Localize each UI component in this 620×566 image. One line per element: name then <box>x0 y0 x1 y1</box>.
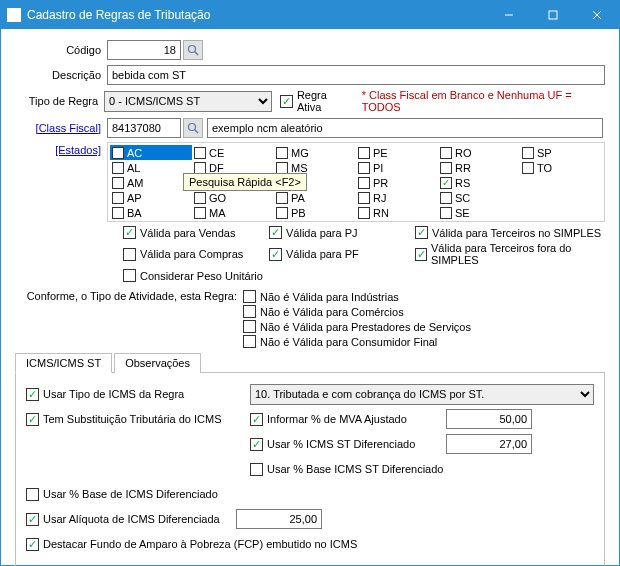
svg-point-4 <box>189 45 196 52</box>
ativ-industrias[interactable]: Não é Válida para Indústrias <box>243 290 471 303</box>
estado-RO[interactable]: RO <box>438 145 520 160</box>
window: Cadastro de Regras de Tributação Código … <box>0 0 620 566</box>
warning-text: * Class Fiscal em Branco e Nenhuma UF = … <box>362 89 605 113</box>
estado-SC[interactable]: SC <box>438 190 520 205</box>
codigo-input[interactable] <box>107 40 181 60</box>
valid-vendas[interactable]: Válida para Vendas <box>123 226 263 239</box>
estado-MT[interactable]: MT <box>274 175 356 190</box>
tem-sub-trib[interactable]: Tem Substituição Tributária do ICMS <box>26 413 222 426</box>
svg-point-6 <box>189 123 196 130</box>
titlebar: Cadastro de Regras de Tributação <box>1 1 619 29</box>
descricao-label: Descrição <box>15 69 107 81</box>
estado-RR[interactable]: RR <box>438 160 520 175</box>
codigo-label: Código <box>15 44 107 56</box>
codigo-search-button[interactable] <box>183 40 203 60</box>
minimize-button[interactable] <box>487 1 531 29</box>
estado-empty <box>520 205 602 220</box>
class-fiscal-desc[interactable] <box>207 118 603 138</box>
tab-icms[interactable]: ICMS/ICMS ST <box>15 353 112 373</box>
estado-RN[interactable]: RN <box>356 205 438 220</box>
estados-link[interactable]: [Estados] <box>55 144 101 156</box>
class-fiscal-link[interactable]: [Class Fiscal] <box>36 122 101 134</box>
estado-PE[interactable]: PE <box>356 145 438 160</box>
estado-SP[interactable]: SP <box>520 145 602 160</box>
estado-AC[interactable]: AC <box>110 145 192 160</box>
mva-input[interactable] <box>446 409 532 429</box>
estado-RS[interactable]: ✓RS <box>438 175 520 190</box>
estado-AM[interactable]: AM <box>110 175 192 190</box>
tab-panel-icms: Usar Tipo de ICMS da Regra Tem Substitui… <box>15 373 605 566</box>
form-content: Código Descrição Tipo de Regra 0 - ICMS/… <box>1 29 619 566</box>
valid-pj[interactable]: Válida para PJ <box>269 226 409 239</box>
class-fiscal-input[interactable] <box>107 118 181 138</box>
estado-empty <box>520 175 602 190</box>
cst-select[interactable]: 10. Tributada e com cobrança do ICMS por… <box>250 384 594 405</box>
estado-ES[interactable]: ES <box>192 175 274 190</box>
estado-empty <box>520 190 602 205</box>
estado-PR[interactable]: PR <box>356 175 438 190</box>
maximize-button[interactable] <box>531 1 575 29</box>
class-fiscal-search-button[interactable] <box>183 118 203 138</box>
estado-RJ[interactable]: RJ <box>356 190 438 205</box>
valid-compras[interactable]: Válida para Compras <box>123 242 263 266</box>
tab-observacoes[interactable]: Observações <box>114 353 201 373</box>
descricao-input[interactable] <box>107 65 605 85</box>
estado-MG[interactable]: MG <box>274 145 356 160</box>
svg-line-7 <box>195 130 198 133</box>
aliq-input[interactable] <box>236 509 322 529</box>
regra-ativa-checkbox[interactable]: Regra Ativa <box>280 89 351 113</box>
estado-TO[interactable]: TO <box>520 160 602 175</box>
usar-tipo-icms[interactable]: Usar Tipo de ICMS da Regra <box>26 388 184 401</box>
ativ-consumidor[interactable]: Não é Válida para Consumidor Final <box>243 335 471 348</box>
atividade-header: Conforme, o Tipo de Atividade, esta Regr… <box>15 290 243 348</box>
icmsst-input[interactable] <box>446 434 532 454</box>
svg-line-5 <box>195 52 198 55</box>
inf-mva[interactable]: Informar % de MVA Ajustado <box>250 413 446 426</box>
usar-icmsst[interactable]: Usar % ICMS ST Diferenciado <box>250 438 446 451</box>
destacar-fcp[interactable]: Destacar Fundo de Amparo à Pobreza (FCP)… <box>26 538 357 551</box>
estados-grid[interactable]: ACCEMGPEROSPALDFMSPIRRTOAMESMTPR✓RSAPGOP… <box>107 142 605 222</box>
valid-terc-simples[interactable]: Válida para Terceiros no SIMPLES <box>415 226 605 239</box>
ativ-servicos[interactable]: Não é Válida para Prestadores de Serviço… <box>243 320 471 333</box>
estado-SE[interactable]: SE <box>438 205 520 220</box>
estado-PA[interactable]: PA <box>274 190 356 205</box>
tipo-select[interactable]: 0 - ICMS/ICMS ST <box>104 91 272 112</box>
estado-GO[interactable]: GO <box>192 190 274 205</box>
estado-BA[interactable]: BA <box>110 205 192 220</box>
tipo-label: Tipo de Regra <box>15 95 104 107</box>
app-icon <box>7 8 21 22</box>
estado-PB[interactable]: PB <box>274 205 356 220</box>
close-button[interactable] <box>575 1 619 29</box>
estado-AP[interactable]: AP <box>110 190 192 205</box>
estado-MS[interactable]: MS <box>274 160 356 175</box>
estado-PI[interactable]: PI <box>356 160 438 175</box>
estado-DF[interactable]: DF <box>192 160 274 175</box>
usar-base-icms[interactable]: Usar % Base de ICMS Diferenciado <box>26 488 218 501</box>
tabs: ICMS/ICMS ST Observações <box>15 352 605 373</box>
estado-CE[interactable]: CE <box>192 145 274 160</box>
svg-rect-1 <box>549 11 557 19</box>
ativ-comercios[interactable]: Não é Válida para Comércios <box>243 305 471 318</box>
estado-MA[interactable]: MA <box>192 205 274 220</box>
valid-peso[interactable]: Considerar Peso Unitário <box>123 269 263 282</box>
usar-base-st[interactable]: Usar % Base ICMS ST Diferenciado <box>250 463 443 476</box>
valid-terc-fora[interactable]: Válida para Terceiros fora do SIMPLES <box>415 242 605 266</box>
valid-pf[interactable]: Válida para PF <box>269 242 409 266</box>
window-title: Cadastro de Regras de Tributação <box>27 8 487 22</box>
usar-aliq[interactable]: Usar Alíquota de ICMS Diferenciada <box>26 513 236 526</box>
estado-AL[interactable]: AL <box>110 160 192 175</box>
